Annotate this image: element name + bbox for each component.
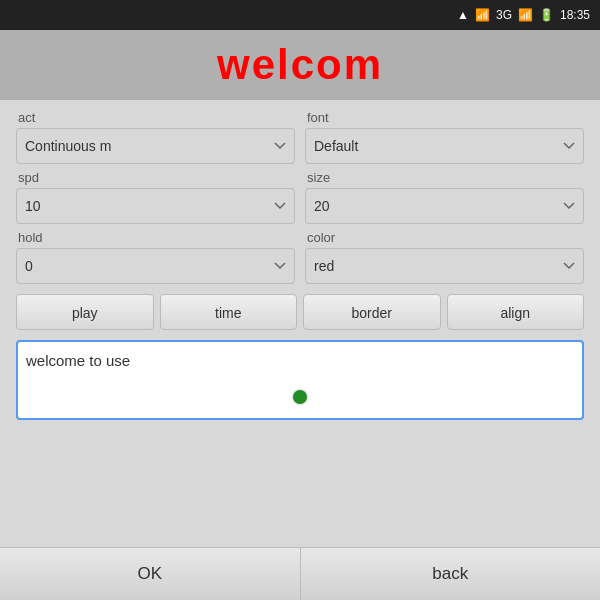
label-act: act bbox=[16, 110, 295, 125]
label-hold: hold bbox=[16, 230, 295, 245]
align-button[interactable]: align bbox=[447, 294, 585, 330]
time-button[interactable]: time bbox=[160, 294, 298, 330]
select-color[interactable]: red blue green white black bbox=[305, 248, 584, 284]
border-button[interactable]: border bbox=[303, 294, 441, 330]
text-input-value: welcome to use bbox=[26, 350, 574, 371]
network-3g: 3G bbox=[496, 8, 512, 22]
select-spd[interactable]: 10 5 15 20 bbox=[16, 188, 295, 224]
row-spd-size: spd 10 5 15 20 size 20 10 30 40 bbox=[16, 170, 584, 224]
app-container: welcom act Continuous m Once Bounce Scro… bbox=[0, 30, 600, 600]
select-act[interactable]: Continuous m Once Bounce Scroll bbox=[16, 128, 295, 164]
row-hold-color: hold 0 1 2 3 color red blue green white … bbox=[16, 230, 584, 284]
form-area: act Continuous m Once Bounce Scroll font… bbox=[0, 100, 600, 547]
action-buttons-row: play time border align bbox=[16, 294, 584, 330]
group-act: act Continuous m Once Bounce Scroll bbox=[16, 110, 295, 164]
label-color: color bbox=[305, 230, 584, 245]
play-button[interactable]: play bbox=[16, 294, 154, 330]
signal-bars: 📶 bbox=[518, 8, 533, 22]
battery-icon: 🔋 bbox=[539, 8, 554, 22]
ok-button[interactable]: OK bbox=[0, 548, 301, 600]
group-font: font Default Serif Monospace bbox=[305, 110, 584, 164]
group-color: color red blue green white black bbox=[305, 230, 584, 284]
row-act-font: act Continuous m Once Bounce Scroll font… bbox=[16, 110, 584, 164]
group-hold: hold 0 1 2 3 bbox=[16, 230, 295, 284]
group-size: size 20 10 30 40 bbox=[305, 170, 584, 224]
select-size[interactable]: 20 10 30 40 bbox=[305, 188, 584, 224]
select-font[interactable]: Default Serif Monospace bbox=[305, 128, 584, 164]
status-bar: ▲ 📶 3G 📶 🔋 18:35 bbox=[0, 0, 600, 30]
wifi-icon: 📶 bbox=[475, 8, 490, 22]
back-button[interactable]: back bbox=[301, 548, 601, 600]
text-input-area[interactable]: welcome to use bbox=[16, 340, 584, 420]
select-hold[interactable]: 0 1 2 3 bbox=[16, 248, 295, 284]
preview-area: welcom bbox=[0, 30, 600, 100]
group-spd: spd 10 5 15 20 bbox=[16, 170, 295, 224]
preview-text: welcom bbox=[217, 41, 383, 89]
label-size: size bbox=[305, 170, 584, 185]
label-spd: spd bbox=[16, 170, 295, 185]
cursor-indicator bbox=[293, 390, 307, 404]
signal-icon: ▲ bbox=[457, 8, 469, 22]
label-font: font bbox=[305, 110, 584, 125]
time-display: 18:35 bbox=[560, 8, 590, 22]
bottom-buttons: OK back bbox=[0, 547, 600, 600]
